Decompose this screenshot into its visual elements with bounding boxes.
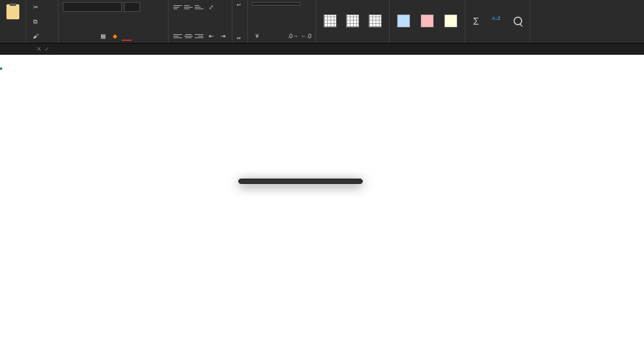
align-bottom-button[interactable] bbox=[194, 3, 204, 11]
cut-icon[interactable]: ✂ bbox=[31, 2, 40, 12]
fill-color-button[interactable]: ◆ bbox=[110, 31, 120, 41]
align-middle-button[interactable] bbox=[184, 3, 193, 11]
spreadsheet-grid[interactable] bbox=[0, 55, 644, 362]
context-menu bbox=[238, 179, 363, 184]
font-group: ▦ ◆ bbox=[58, 0, 169, 43]
format-button[interactable] bbox=[441, 13, 460, 29]
increase-decimal-button[interactable]: .0→ bbox=[288, 31, 298, 41]
delete-button[interactable] bbox=[418, 13, 437, 29]
comma-button[interactable] bbox=[276, 31, 286, 41]
wrap-text-button[interactable]: ↩ bbox=[237, 2, 243, 8]
delete-icon bbox=[421, 14, 434, 27]
merge-center-button[interactable]: ⇔ bbox=[237, 35, 243, 41]
percent-button[interactable] bbox=[264, 31, 274, 41]
number-group: ¥ .0→ ←.0 bbox=[248, 0, 316, 43]
italic-button[interactable] bbox=[75, 31, 84, 41]
table-icon bbox=[346, 14, 359, 27]
underline-button[interactable] bbox=[86, 31, 96, 41]
insert-icon bbox=[397, 14, 410, 27]
clipboard-tools-group: ✂ ⧉ 🖌 bbox=[26, 0, 58, 43]
cell-styles-icon bbox=[369, 14, 382, 27]
font-color-button[interactable] bbox=[122, 31, 131, 41]
merge-icon: ⇔ bbox=[237, 35, 241, 41]
cond-fmt-icon bbox=[324, 14, 336, 27]
insert-button[interactable] bbox=[394, 13, 413, 29]
align-right-button[interactable] bbox=[194, 32, 204, 40]
paste-button[interactable] bbox=[4, 2, 21, 23]
bold-button[interactable] bbox=[63, 31, 72, 41]
decrease-font-icon[interactable] bbox=[154, 2, 164, 12]
ribbon: ✂ ⧉ 🖌 ▦ ◆ bbox=[0, 0, 644, 43]
align-left-button[interactable] bbox=[173, 32, 182, 40]
cell-styles-button[interactable] bbox=[365, 13, 385, 29]
sort-icon: A↓Z bbox=[491, 16, 502, 26]
wrap-merge-group: ↩ ⇔ bbox=[232, 0, 248, 43]
formula-bar: ✕ ✓ bbox=[0, 43, 644, 55]
clipboard-icon bbox=[6, 4, 19, 19]
format-icon bbox=[444, 14, 457, 27]
find-select-button[interactable] bbox=[510, 16, 525, 27]
wrap-icon: ↩ bbox=[237, 2, 241, 8]
align-center-button[interactable] bbox=[184, 32, 193, 40]
format-as-table-button[interactable] bbox=[343, 13, 362, 29]
currency-button[interactable]: ¥ bbox=[252, 31, 262, 41]
autosum-button[interactable]: Σ bbox=[470, 15, 482, 28]
copy-icon[interactable]: ⧉ bbox=[31, 17, 40, 26]
decrease-indent-button[interactable]: ⇤ bbox=[206, 31, 216, 41]
border-button[interactable]: ▦ bbox=[98, 31, 108, 41]
conditional-format-button[interactable] bbox=[320, 13, 340, 29]
number-format-select[interactable] bbox=[252, 2, 301, 5]
clipboard-group bbox=[0, 0, 26, 43]
editing-group: Σ A↓Z bbox=[465, 0, 530, 43]
increase-font-icon[interactable] bbox=[142, 2, 152, 12]
font-size-select[interactable] bbox=[124, 2, 140, 12]
increase-indent-button[interactable]: ⇥ bbox=[218, 31, 228, 41]
sigma-icon: Σ bbox=[473, 16, 479, 27]
format-painter-icon[interactable]: 🖌 bbox=[31, 31, 40, 41]
orientation-button[interactable]: ⤢ bbox=[206, 2, 216, 12]
styles-group bbox=[316, 0, 390, 43]
cancel-formula-icon[interactable]: ✕ bbox=[36, 46, 41, 53]
search-icon bbox=[514, 17, 522, 25]
alignment-group: ⤢ ⇤ ⇥ bbox=[169, 0, 232, 43]
cells-group bbox=[390, 0, 465, 43]
selection-border bbox=[0, 68, 2, 70]
font-name-select[interactable] bbox=[63, 2, 122, 12]
ruby-button[interactable] bbox=[134, 31, 143, 41]
decrease-decimal-button[interactable]: ←.0 bbox=[301, 31, 311, 41]
sort-filter-button[interactable]: A↓Z bbox=[488, 14, 505, 28]
accept-formula-icon[interactable]: ✓ bbox=[45, 46, 49, 53]
align-top-button[interactable] bbox=[173, 3, 182, 11]
